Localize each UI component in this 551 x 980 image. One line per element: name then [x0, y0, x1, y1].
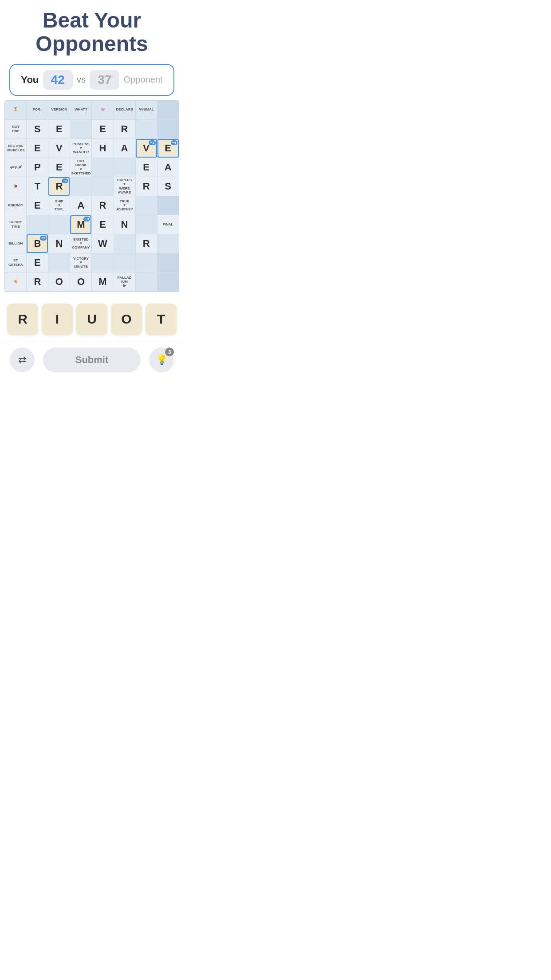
game-grid: 🏅 FOR_ VERSION WHAT? 🐭 DECLARE MINIMAL N…	[5, 101, 178, 292]
clue-rupees: RUPEES▼WEREAWARE	[114, 177, 135, 196]
cell-o2[interactable]: O	[70, 273, 91, 291]
cell-e3[interactable]: E	[27, 139, 48, 158]
header-version: VERSION	[48, 101, 70, 119]
hint-button[interactable]: 💡 3	[149, 348, 174, 372]
cell-a2[interactable]: A	[157, 158, 179, 177]
tile-o[interactable]: O	[111, 304, 142, 335]
cell-a1[interactable]: A	[114, 139, 135, 158]
cell-r1[interactable]: R	[114, 120, 135, 138]
cell-v1[interactable]: V	[48, 139, 70, 158]
cell-e6[interactable]: E	[27, 196, 48, 215]
clue-ship: SHIP▼TOR_	[48, 196, 70, 215]
cell-r4[interactable]: R	[136, 234, 157, 253]
cell-e2[interactable]: E	[92, 120, 113, 138]
clue-pizza: 🍕	[5, 273, 26, 291]
shuffle-button[interactable]: ⇄	[10, 348, 35, 372]
shuffle-icon: ⇄	[18, 354, 26, 366]
cell-empty4	[92, 158, 113, 177]
cell-m-tile[interactable]: +3M	[70, 215, 91, 234]
tile-r[interactable]: R	[7, 304, 38, 335]
cell-s[interactable]: S	[27, 120, 48, 138]
cell-v-tile[interactable]: +1V	[136, 139, 157, 158]
header-declare: DECLARE	[114, 101, 135, 119]
title-section: Beat Your Opponents	[0, 0, 184, 60]
cell-t[interactable]: T	[27, 177, 48, 196]
cell-empty20	[136, 273, 157, 291]
clue-hot-drink: HOTDRINK▼SKETCHED	[70, 158, 91, 177]
opponent-label: Opponent	[124, 75, 163, 85]
clue-billion: BILLION	[5, 234, 26, 253]
clue-true: TRUE▼JOURNEY	[114, 196, 135, 215]
clue-palladium: PALLADIUM▶	[114, 273, 135, 291]
opponent-score: 37	[90, 70, 119, 90]
cell-empty6	[70, 177, 91, 196]
clue-et-cetera: ETCETERA	[5, 253, 26, 272]
cell-b-tile[interactable]: +5B	[27, 234, 48, 253]
header-rat: 🐭	[92, 101, 113, 119]
page-title: Beat Your Opponents	[9, 9, 175, 56]
you-score: 42	[43, 70, 73, 90]
header-what: WHAT?	[70, 101, 91, 119]
tile-u[interactable]: U	[76, 304, 107, 335]
cell-n2[interactable]: N	[48, 234, 70, 253]
cell-w[interactable]: W	[92, 234, 113, 253]
cell-empty2	[136, 120, 157, 138]
header-icon: 🏅	[5, 101, 26, 119]
game-grid-wrapper: 🏅 FOR_ VERSION WHAT? 🐭 DECLARE MINIMAL N…	[4, 100, 179, 292]
cell-empty8	[136, 196, 157, 215]
cell-empty17	[114, 253, 135, 272]
cell-p[interactable]: P	[27, 158, 48, 177]
cell-empty19	[157, 253, 179, 272]
cell-empty3	[157, 120, 179, 138]
clue-short-time: SHORTTIME	[5, 215, 26, 234]
clue-pep: -pep 🌶	[5, 158, 26, 177]
submit-button[interactable]: Submit	[43, 348, 141, 372]
bottom-toolbar: ⇄ Submit 💡 3	[0, 341, 184, 379]
clue-possess: POSSESS▼WANDER	[70, 139, 91, 158]
cell-empty21	[157, 273, 179, 291]
clue-not-one: NOTONE	[5, 120, 26, 138]
cell-empty13	[114, 234, 135, 253]
cell-h[interactable]: H	[92, 139, 113, 158]
cell-r5[interactable]: R	[27, 273, 48, 291]
clue-energy: ENERGY	[5, 196, 26, 215]
cell-e8[interactable]: E	[27, 253, 48, 272]
score-bar: You 42 vs 37 Opponent	[9, 64, 175, 96]
tile-i[interactable]: I	[42, 304, 73, 335]
cell-r2[interactable]: R	[136, 177, 157, 196]
cell-empty5	[114, 158, 135, 177]
cell-empty10	[27, 215, 48, 234]
cell-empty7	[92, 177, 113, 196]
clue-snake: 🐌	[5, 177, 26, 196]
cell-m2[interactable]: M	[92, 273, 113, 291]
header-minimal: MINIMAL	[136, 101, 157, 119]
cell-empty14	[157, 234, 179, 253]
cell-empty11	[48, 215, 70, 234]
cell-a3[interactable]: A	[70, 196, 91, 215]
tile-t[interactable]: T	[146, 304, 177, 335]
cell-empty1	[70, 120, 91, 138]
cell-e-tile[interactable]: +4E	[157, 139, 179, 158]
cell-n[interactable]: N	[114, 215, 135, 234]
cell-o1[interactable]: O	[48, 273, 70, 291]
cell-empty12	[136, 215, 157, 234]
cell-e5[interactable]: E	[136, 158, 157, 177]
cell-empty9	[157, 196, 179, 215]
cell-empty16	[92, 253, 113, 272]
cell-r3[interactable]: R	[92, 196, 113, 215]
clue-final: FINAL	[157, 215, 179, 234]
cell-empty18	[136, 253, 157, 272]
cell-e4[interactable]: E	[48, 158, 70, 177]
vs-label: vs	[77, 75, 86, 85]
cell-s[interactable]: S	[157, 177, 179, 196]
cell-e7[interactable]: E	[92, 215, 113, 234]
header-for: FOR_	[27, 101, 48, 119]
clue-electric: EECTRICVEHICLES	[5, 139, 26, 158]
header-empty	[157, 101, 179, 119]
hint-icon: 💡	[156, 354, 168, 366]
letter-tiles-row: R I U O T	[0, 297, 184, 339]
cell-r-tile[interactable]: +2R	[48, 177, 70, 196]
cell-e1[interactable]: E	[48, 120, 70, 138]
hint-count: 3	[165, 348, 174, 356]
clue-victory: VICTORY▼MINUTE	[70, 253, 91, 272]
